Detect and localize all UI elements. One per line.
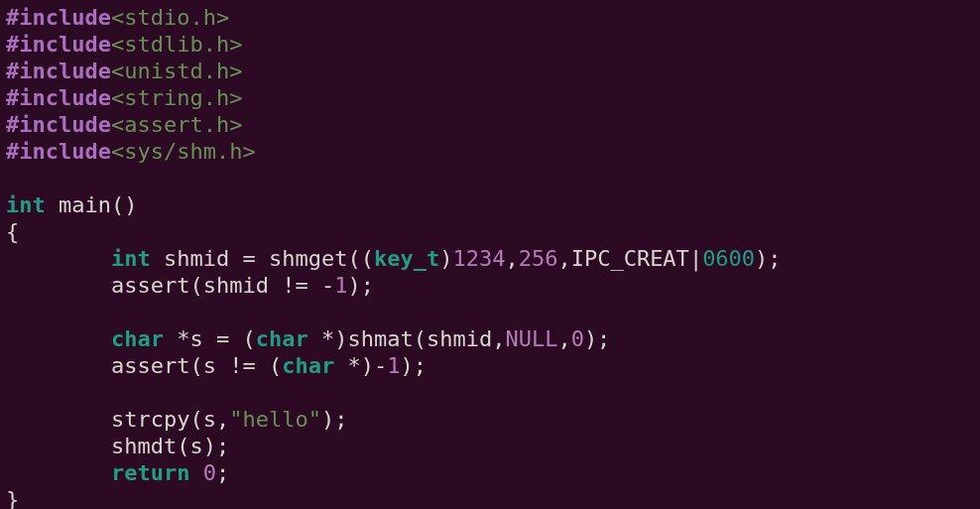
operator: * [164, 326, 190, 351]
number: 1 [334, 273, 347, 298]
include-line: #include<stdlib.h> [6, 32, 242, 57]
identifier: shmid [427, 326, 492, 351]
type: char [282, 353, 334, 378]
function-call: assert [111, 273, 189, 298]
number: 1 [387, 353, 400, 378]
number: 0 [203, 460, 216, 485]
operator: = ( [203, 326, 256, 351]
comma: , [505, 246, 518, 271]
number: 0 [571, 326, 584, 351]
keyword: return [111, 460, 189, 485]
paren-close: ); [584, 326, 611, 351]
header-name: <string.h> [111, 85, 242, 110]
identifier: s [203, 407, 216, 432]
number: 1234 [452, 246, 505, 271]
code-line: char *s = (char *)shmat(shmid,NULL,0); [6, 326, 610, 351]
include-line: #include<sys/shm.h> [6, 139, 256, 164]
identifier: s [189, 434, 202, 458]
code-line: return 0; [6, 460, 229, 485]
operator: = [229, 246, 269, 271]
indent [6, 407, 111, 432]
header-name: <unistd.h> [111, 59, 242, 83]
preproc-directive: #include [6, 32, 111, 57]
brace-open: { [6, 219, 19, 244]
indent [6, 434, 111, 458]
include-line: #include<unistd.h> [6, 59, 242, 83]
preproc-directive: #include [6, 139, 111, 164]
header-name: <assert.h> [111, 112, 242, 137]
paren-open: ( [111, 192, 124, 217]
identifier: shmid [203, 273, 269, 298]
comma: , [492, 326, 505, 351]
semicolon: ; [216, 460, 229, 485]
paren-close: ) [124, 192, 137, 217]
preproc-directive: #include [6, 85, 111, 110]
operator: | [689, 246, 702, 271]
type: key_t [374, 246, 439, 271]
identifier: s [189, 326, 202, 351]
identifier: shmid [164, 246, 229, 271]
constant: NULL [505, 326, 557, 351]
paren: (( [347, 246, 374, 271]
paren: ( [177, 434, 189, 458]
paren-close: ); [347, 273, 374, 298]
number: 256 [519, 246, 558, 271]
type: char [256, 326, 308, 351]
function-call: shmat [347, 326, 413, 351]
operator: - [374, 353, 387, 378]
include-line: #include<assert.h> [6, 112, 242, 137]
code-line: assert(shmid != -1); [6, 273, 374, 298]
header-name: <stdlib.h> [111, 32, 242, 57]
paren: ) [439, 246, 452, 271]
paren-close: ); [400, 353, 427, 378]
return-type: int [6, 192, 46, 217]
paren: ) [334, 326, 347, 351]
function-call: shmdt [111, 434, 177, 458]
preproc-directive: #include [6, 112, 111, 137]
code-block: #include<stdio.h> #include<stdlib.h> #in… [0, 0, 980, 509]
include-line: #include<stdio.h> [6, 5, 229, 30]
type: char [111, 326, 164, 351]
paren-close: ); [755, 246, 782, 271]
function-call: assert [111, 353, 189, 378]
operator: != ( [216, 353, 282, 378]
type: int [111, 246, 151, 271]
code-line: shmdt(s); [6, 434, 229, 458]
operator: - [321, 273, 334, 298]
space [189, 460, 202, 485]
indent [6, 273, 111, 298]
func-signature: int main() [6, 192, 137, 217]
preproc-directive: #include [6, 59, 111, 83]
string: "hello" [229, 407, 321, 432]
comma: , [557, 246, 570, 271]
paren-close: ); [203, 434, 230, 458]
function-name: main [59, 192, 111, 217]
operator: * [334, 353, 361, 378]
preproc-directive: #include [6, 5, 111, 30]
indent [6, 460, 111, 485]
identifier: s [203, 353, 216, 378]
paren: ( [189, 407, 202, 432]
operator: * [308, 326, 335, 351]
comma: , [216, 407, 229, 432]
indent [6, 326, 111, 351]
function-call: shmget [269, 246, 347, 271]
code-line: int shmid = shmget((key_t)1234,256,IPC_C… [6, 246, 782, 271]
header-name: <sys/shm.h> [111, 139, 256, 164]
number: 0600 [702, 246, 755, 271]
paren-close: ); [321, 407, 348, 432]
constant: IPC_CREAT [571, 246, 689, 271]
include-line: #include<string.h> [6, 85, 242, 110]
brace-close: } [6, 487, 19, 509]
operator: != [269, 273, 321, 298]
comma: , [557, 326, 570, 351]
paren: ( [189, 353, 202, 378]
indent [6, 353, 111, 378]
header-name: <stdio.h> [111, 5, 229, 30]
function-call: strcpy [111, 407, 189, 432]
paren: ( [189, 273, 202, 298]
code-line: strcpy(s,"hello"); [6, 407, 347, 432]
paren: ) [361, 353, 374, 378]
paren: ( [414, 326, 427, 351]
indent [6, 246, 111, 271]
